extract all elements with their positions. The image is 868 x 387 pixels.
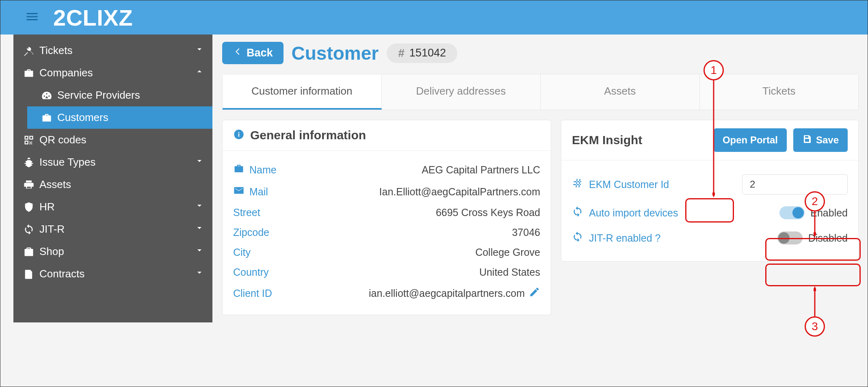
qr-icon <box>23 134 39 146</box>
sidebar-item-jitr[interactable]: JIT-R <box>13 218 212 240</box>
mail-icon <box>233 185 245 199</box>
tab-assets[interactable]: Assets <box>541 74 700 110</box>
sidebar-label: Tickets <box>39 44 72 57</box>
row-mail: Mail Ian.Elliott@aegCapitalPartners.com <box>233 181 540 203</box>
svg-marker-2 <box>712 192 715 197</box>
label: Name <box>249 164 277 176</box>
chevron-up-icon <box>195 67 204 79</box>
arrow-1 <box>712 80 715 198</box>
sidebar-item-qrcodes[interactable]: QR codes <box>13 129 212 151</box>
sidebar-item-shop[interactable]: Shop <box>13 240 212 263</box>
highlight-box-3 <box>765 264 861 286</box>
tools-icon <box>23 45 39 56</box>
sidebar-item-customers[interactable]: Customers <box>27 106 212 129</box>
card-title: EKM Insight <box>572 133 642 147</box>
label: Mail <box>249 186 268 198</box>
briefcase-icon <box>23 67 39 79</box>
general-info-card: General information Name AEG Capital Par… <box>222 120 551 315</box>
value: AEG Capital Partners LLC <box>422 164 540 176</box>
save-label: Save <box>816 134 839 146</box>
customer-id: 151042 <box>409 47 446 59</box>
id-chip: # 151042 <box>387 43 457 63</box>
value: United States <box>479 266 540 278</box>
ekm-customer-id-input[interactable]: 2 <box>742 174 848 195</box>
topbar: 2CLIXZ <box>0 0 868 35</box>
callout-2: 2 <box>805 191 825 212</box>
highlight-box-2 <box>765 238 861 261</box>
sidebar-item-tickets[interactable]: Tickets <box>13 39 212 62</box>
sidebar-label: Issue Types <box>39 156 95 169</box>
tab-customer-info[interactable]: Customer information <box>223 74 382 110</box>
chevron-down-icon <box>195 156 204 169</box>
row-name: Name AEG Capital Partners LLC <box>233 159 540 181</box>
callout-3: 3 <box>805 316 825 337</box>
back-button[interactable]: Back <box>222 42 284 64</box>
sidebar-label: JIT-R <box>39 223 65 236</box>
chevron-down-icon <box>195 44 204 57</box>
back-label: Back <box>247 47 273 59</box>
bug-icon <box>23 157 39 168</box>
printer-icon <box>23 179 39 190</box>
sidebar-label: QR codes <box>39 134 87 146</box>
label: Auto import devices <box>589 207 678 219</box>
label: EKM Customer Id <box>589 179 669 190</box>
open-portal-button[interactable]: Open Portal <box>714 128 787 152</box>
arrow-2 <box>814 212 816 238</box>
edit-icon[interactable] <box>529 286 540 300</box>
menu-icon[interactable] <box>25 9 39 26</box>
briefcase-icon <box>233 163 245 177</box>
value: 37046 <box>512 227 540 238</box>
value: 6695 Cross Keys Road <box>436 207 540 218</box>
chevron-down-icon <box>195 201 204 213</box>
shield-icon <box>23 201 39 213</box>
sidebar-item-service-providers[interactable]: Service Providers <box>27 84 212 106</box>
label: Client ID <box>233 288 272 299</box>
logo: 2CLIXZ <box>53 4 133 31</box>
info-icon <box>233 129 245 142</box>
sidebar-label: Shop <box>39 245 64 258</box>
sync-icon <box>23 224 39 235</box>
sidebar-label: Companies <box>39 67 93 79</box>
sidebar-label: Assets <box>39 178 71 191</box>
save-icon <box>802 134 812 146</box>
chevron-down-icon <box>195 245 204 258</box>
shop-icon <box>23 246 39 257</box>
chevron-down-icon <box>195 223 204 236</box>
sidebar-item-hr[interactable]: HR <box>13 196 212 218</box>
auto-import-toggle[interactable] <box>779 206 805 219</box>
sidebar-item-companies[interactable]: Companies <box>13 62 212 84</box>
label: JIT-R enabled ? <box>589 232 661 244</box>
row-zip: Zipcode 37046 <box>233 223 540 242</box>
hash-icon: # <box>398 47 405 60</box>
sidebar-item-issue-types[interactable]: Issue Types <box>13 151 212 173</box>
sidebar-item-contracts[interactable]: Contracts <box>13 263 212 285</box>
row-street: Street 6695 Cross Keys Road <box>233 203 540 223</box>
value: ian.elliott@aegcapitalpartners.com <box>369 288 525 299</box>
sync-icon <box>572 206 583 220</box>
sidebar-label: Customers <box>57 111 108 124</box>
document-icon <box>23 268 39 280</box>
label: Street <box>233 207 260 218</box>
sidebar-label: Service Providers <box>57 89 140 102</box>
sidebar-label: Contracts <box>39 268 84 280</box>
row-city: City College Grove <box>233 242 540 262</box>
tabs: Customer information Delivery addresses … <box>222 74 859 110</box>
value: College Grove <box>475 246 540 258</box>
sidebar: Tickets Companies Service Providers Cust… <box>13 35 212 322</box>
arrow-3 <box>814 286 816 317</box>
gauge-icon <box>41 90 57 101</box>
sync-icon <box>572 231 583 245</box>
chevron-down-icon <box>195 268 204 280</box>
label: Zipcode <box>233 227 269 238</box>
highlight-box-1 <box>685 198 734 223</box>
svg-marker-4 <box>814 232 816 237</box>
tab-tickets[interactable]: Tickets <box>700 74 859 110</box>
row-clientid: Client ID ian.elliott@aegcapitalpartners… <box>233 282 540 304</box>
callout-1: 1 <box>703 60 724 80</box>
hash-icon <box>572 177 583 191</box>
sidebar-item-assets[interactable]: Assets <box>13 173 212 196</box>
save-button[interactable]: Save <box>793 128 848 152</box>
label: City <box>233 246 251 258</box>
tab-delivery-addresses[interactable]: Delivery addresses <box>382 74 541 110</box>
svg-marker-6 <box>814 286 816 291</box>
